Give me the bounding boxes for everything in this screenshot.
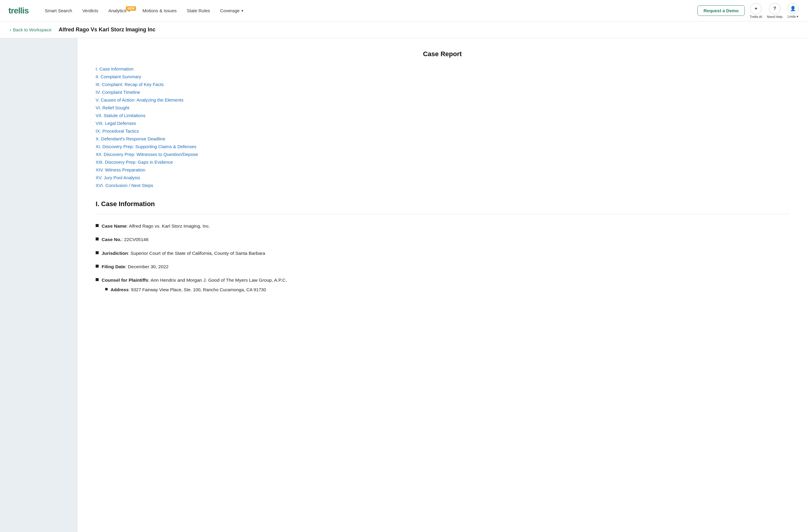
help-icon: ? (769, 3, 781, 14)
bullet-icon (96, 238, 99, 241)
toc-link-4[interactable]: IV. Complaint Timeline (96, 90, 140, 95)
nav-motions[interactable]: Motions & Issues (139, 6, 181, 16)
filing-date-text: Filing Date: December 30, 2022 (102, 263, 169, 270)
address-text: Address: 9327 Fairway View Place, Ste. 1… (111, 286, 266, 293)
breadcrumb-page-title: Alfred Rago Vs Karl Storz Imaging Inc (59, 26, 155, 33)
toc-link-2[interactable]: II. Complaint Summary (96, 74, 141, 79)
case-info-item-jurisdiction: Jurisdiction: Superior Court of the Stat… (96, 250, 789, 256)
toc-link-9[interactable]: IX. Procedural Tactics (96, 129, 139, 134)
toc-item: X. Defendant's Response Deadline (96, 136, 789, 141)
toc-link-14[interactable]: XIV. Witness Preparation (96, 167, 145, 172)
trellis-ai-button[interactable]: ✦ Trellis AI (750, 3, 762, 19)
bullet-icon (96, 265, 99, 268)
toc-item: XIV. Witness Preparation (96, 167, 789, 173)
toc-link-11[interactable]: XI. Discovery Prep: Supporting Claims & … (96, 144, 196, 149)
bullet-icon (96, 278, 99, 281)
toc-item: IV. Complaint Timeline (96, 90, 789, 95)
counsel-address-sub: Address: 9327 Fairway View Place, Ste. 1… (105, 286, 266, 293)
toc-link-13[interactable]: XIII. Discovery Prep: Gaps in Evidence (96, 159, 173, 165)
nav-verdicts[interactable]: Verdicts (78, 6, 102, 16)
bullet-icon (96, 251, 99, 254)
request-demo-button[interactable]: Request a Demo (697, 5, 745, 16)
section-i-heading: I. Case Information (96, 200, 789, 208)
counsel-main-row: Counsel for Plaintiffs: Ann Hendrix and … (96, 277, 287, 284)
bullet-icon (96, 224, 99, 227)
toc-item: XVI. Conclusion / Next Steps (96, 183, 789, 188)
toc-link-5[interactable]: V. Causes of Action: Analyzing the Eleme… (96, 97, 184, 102)
logo[interactable]: trellis (8, 6, 29, 16)
nav-right: Request a Demo ✦ Trellis AI ? Need Help … (697, 3, 799, 19)
case-info-item-case-name: Case Name: Alfred Rago vs. Karl Storz Im… (96, 223, 789, 229)
navbar: trellis Smart Search Verdicts Analytics … (0, 0, 807, 21)
main-content: Case Report I. Case Information II. Comp… (78, 38, 807, 532)
user-icon: 👤 (787, 3, 799, 14)
chevron-down-icon-coverage: ▾ (241, 9, 243, 13)
toc-item: XIII. Discovery Prep: Gaps in Evidence (96, 159, 789, 165)
nav-smart-search[interactable]: Smart Search (41, 6, 76, 16)
breadcrumb-bar: ‹ Back to Workspace Alfred Rago Vs Karl … (0, 21, 807, 38)
toc-link-6[interactable]: VI. Relief Sought (96, 105, 129, 110)
toc-item: XII. Discovery Prep: Witnesses to Questi… (96, 152, 789, 157)
toc-link-3[interactable]: III. Complaint: Recap of Key Facts (96, 82, 164, 87)
back-to-workspace-link[interactable]: ‹ Back to Workspace (10, 27, 51, 33)
case-name-text: Case Name: Alfred Rago vs. Karl Storz Im… (102, 223, 210, 229)
sub-bullet-icon (105, 288, 108, 290)
toc-item: XV. Jury Pool Analysis (96, 175, 789, 180)
toc-link-12[interactable]: XII. Discovery Prep: Witnesses to Questi… (96, 152, 198, 157)
counsel-text: Counsel for Plaintiffs: Ann Hendrix and … (102, 277, 287, 284)
nav-state-rules[interactable]: State Rules (183, 6, 214, 16)
case-info-item-filing-date: Filing Date: December 30, 2022 (96, 263, 789, 270)
toc-item: III. Complaint: Recap of Key Facts (96, 82, 789, 87)
case-info-list: Case Name: Alfred Rago vs. Karl Storz Im… (96, 223, 789, 296)
toc-link-8[interactable]: VIII. Legal Defenses (96, 121, 136, 126)
case-report-title: Case Report (96, 50, 789, 58)
toc-item: V. Causes of Action: Analyzing the Eleme… (96, 97, 789, 103)
case-info-item-case-no: Case No.: 22CV05146 (96, 236, 789, 243)
toc-item: XI. Discovery Prep: Supporting Claims & … (96, 144, 789, 149)
section-divider (96, 214, 789, 214)
toc-link-16[interactable]: XVI. Conclusion / Next Steps (96, 183, 153, 188)
nav-coverage[interactable]: Coverage ▾ (216, 6, 247, 16)
toc-link-15[interactable]: XV. Jury Pool Analysis (96, 175, 140, 180)
table-of-contents: I. Case Information II. Complaint Summar… (96, 66, 789, 188)
toc-item: II. Complaint Summary (96, 74, 789, 79)
need-help-button[interactable]: ? Need Help (767, 3, 783, 19)
toc-link-10[interactable]: X. Defendant's Response Deadline (96, 136, 165, 141)
chevron-down-icon-user: ▾ (796, 15, 798, 18)
toc-item: VI. Relief Sought (96, 105, 789, 111)
case-no-text: Case No.: 22CV05146 (102, 236, 149, 243)
toc-link-1[interactable]: I. Case Information (96, 66, 134, 71)
nav-analytics[interactable]: Analytics NEW ▾ (104, 6, 136, 16)
toc-link-7[interactable]: VII. Statute of Limitations (96, 113, 146, 118)
toc-item: IX. Procedural Tactics (96, 129, 789, 134)
toc-item: I. Case Information (96, 66, 789, 72)
user-menu-button[interactable]: 👤 Linda ▾ (787, 3, 799, 19)
toc-item: VIII. Legal Defenses (96, 121, 789, 126)
sidebar (0, 38, 78, 532)
page-layout: Case Report I. Case Information II. Comp… (0, 38, 807, 532)
jurisdiction-text: Jurisdiction: Superior Court of the Stat… (102, 250, 265, 256)
chevron-left-icon: ‹ (10, 27, 11, 33)
case-info-item-counsel: Counsel for Plaintiffs: Ann Hendrix and … (96, 277, 789, 296)
toc-item: VII. Statute of Limitations (96, 113, 789, 118)
analytics-badge: NEW (126, 6, 136, 11)
nav-links: Smart Search Verdicts Analytics NEW ▾ Mo… (41, 6, 697, 16)
trellis-ai-icon: ✦ (750, 3, 762, 14)
